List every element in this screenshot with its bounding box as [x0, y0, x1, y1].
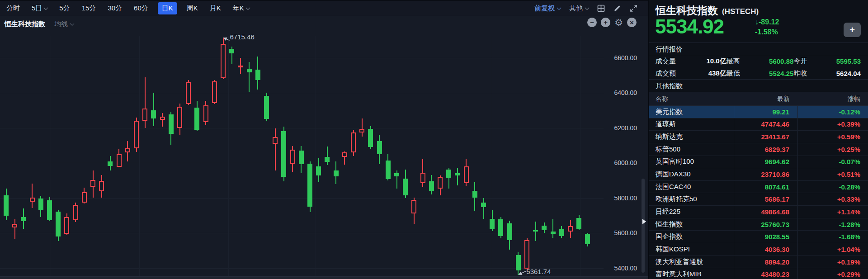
table-row[interactable]: 欧洲斯托克505686.17+0.33%	[649, 193, 868, 206]
candle	[455, 173, 460, 175]
y-axis-label: 5800.00	[604, 194, 637, 202]
other-dropdown[interactable]: 其他	[569, 4, 589, 13]
candle	[117, 154, 122, 166]
index-change-percent: +0.59%	[798, 133, 868, 141]
table-row[interactable]: 道琼斯47474.46+0.39%	[649, 118, 868, 131]
candle	[524, 240, 529, 269]
candle	[472, 191, 477, 198]
candle-wick	[32, 184, 33, 208]
candlestick-chart[interactable]: 恒生科技指数 均线 −+⚙× 6600.006400.006200.006000…	[0, 0, 648, 279]
gridline	[51, 36, 51, 276]
table-row[interactable]: 日经22549864.68+1.14%	[649, 206, 868, 218]
index-last: 9028.55	[734, 231, 798, 243]
table-row[interactable]: 美元指数99.21-0.12%	[649, 106, 868, 118]
timeframe-5日[interactable]: 5日	[32, 4, 47, 13]
index-last: 9694.62	[734, 156, 798, 168]
index-name: 纳斯达克	[649, 131, 734, 143]
adjust-dropdown[interactable]: 前复权	[534, 4, 561, 13]
stock-code: (HSTECH)	[722, 7, 759, 16]
close-icon[interactable]: ×	[627, 18, 637, 27]
timeframe-label: 15分	[82, 4, 96, 13]
toolbar-right: 前复权 其他	[534, 4, 637, 13]
candle	[351, 132, 356, 152]
gridline	[492, 36, 492, 276]
timeframe-label: 60分	[134, 4, 148, 13]
col-change: 涨幅	[798, 95, 868, 103]
candle	[203, 105, 208, 122]
stock-app: 分时5日5分15分30分60分日K周K月K年K 前复权 其他	[0, 0, 868, 279]
timeframe-分时[interactable]: 分时	[6, 4, 20, 13]
index-name: 欧洲斯托克50	[649, 193, 734, 205]
time-axis-strip	[0, 276, 648, 279]
ma-dropdown[interactable]: 均线	[54, 20, 74, 28]
candle	[221, 44, 226, 79]
candle	[438, 177, 443, 188]
table-row[interactable]: 标普5006829.37+0.25%	[649, 143, 868, 156]
table-row[interactable]: 恒生指数25760.73-1.28%	[649, 218, 868, 231]
timeframe-60分[interactable]: 60分	[134, 4, 148, 13]
table-row[interactable]: 德国DAX3023710.86+0.51%	[649, 168, 868, 181]
zoom-out-icon[interactable]: −	[587, 18, 597, 27]
table-row[interactable]: 英国富时1009694.62-0.07%	[649, 156, 868, 169]
candle	[281, 131, 286, 177]
quote-field-label: 成交额	[656, 69, 688, 78]
index-name: 道琼斯	[649, 118, 734, 131]
other-label: 其他	[569, 4, 583, 13]
candle	[12, 224, 17, 227]
candle	[38, 199, 43, 210]
chart-section: 分时5日5分15分30分60分日K周K月K年K 前复权 其他	[0, 0, 648, 279]
index-last: 23710.86	[734, 168, 798, 180]
candle	[169, 114, 174, 134]
timeframe-日K[interactable]: 日K	[158, 2, 177, 14]
zoom-in-icon[interactable]: +	[601, 18, 610, 27]
index-change-percent: +0.19%	[798, 258, 868, 266]
last-price: 5534.92	[655, 15, 724, 38]
candle	[82, 192, 87, 202]
timeframe-年K[interactable]: 年K	[233, 4, 250, 13]
index-name: 澳大利亚普通股	[649, 256, 734, 268]
y-axis-label: 5600.00	[604, 229, 637, 236]
table-row[interactable]: 富时意大利MIB43480.23+0.29%	[649, 268, 868, 279]
candle	[394, 173, 399, 176]
quote-panel: 恒生科技指数 (HSTECH) 5534.92 ↓-89.12 -1.58% +…	[648, 0, 868, 279]
index-name: 富时意大利MIB	[649, 268, 734, 279]
index-change-percent: +0.25%	[798, 146, 868, 153]
timeframe-5分[interactable]: 5分	[59, 4, 70, 13]
table-row[interactable]: 韩国KOSPI4036.30+1.04%	[649, 243, 868, 256]
candle	[325, 157, 330, 162]
candle	[568, 226, 573, 232]
col-name: 名称	[649, 95, 734, 103]
settings-icon[interactable]: ⚙	[614, 18, 623, 27]
index-last: 99.21	[734, 106, 798, 118]
candle-wick	[457, 168, 458, 185]
index-name: 美元指数	[649, 106, 734, 118]
table-row[interactable]: 国企指数9028.55-1.68%	[649, 231, 868, 243]
table-row[interactable]: 法国CAC408074.61-0.28%	[649, 181, 868, 194]
candle-wick	[362, 118, 363, 137]
timeframe-label: 分时	[6, 4, 20, 13]
index-change-percent: +0.29%	[798, 270, 868, 278]
table-row[interactable]: 澳大利亚普通股8894.20+0.19%	[649, 256, 868, 269]
fullscreen-icon[interactable]	[630, 5, 637, 12]
index-name: 恒生指数	[649, 218, 734, 231]
quote-field-label: 最低	[726, 69, 755, 78]
brush-icon[interactable]	[613, 5, 621, 12]
gridline	[0, 128, 604, 128]
candle	[134, 121, 139, 148]
layout-grid-icon[interactable]	[597, 5, 605, 12]
timeframe-15分[interactable]: 15分	[82, 4, 96, 13]
scrollbar-thumb[interactable]	[642, 179, 645, 273]
index-last: 5686.17	[734, 193, 798, 205]
index-last: 23413.67	[734, 131, 798, 143]
table-row[interactable]: 纳斯达克23413.67+0.59%	[649, 131, 868, 143]
index-change-percent: -0.12%	[798, 108, 868, 116]
gridline	[0, 198, 604, 199]
timeframe-月K[interactable]: 月K	[210, 4, 221, 13]
candle	[247, 69, 252, 73]
timeframe-周K[interactable]: 周K	[187, 4, 198, 13]
index-name: 德国DAX30	[649, 168, 734, 180]
collapse-panel-handle[interactable]	[642, 219, 646, 224]
timeframe-30分[interactable]: 30分	[108, 4, 122, 13]
index-change-percent: -0.07%	[798, 158, 868, 166]
add-watchlist-button[interactable]: +	[844, 23, 861, 37]
